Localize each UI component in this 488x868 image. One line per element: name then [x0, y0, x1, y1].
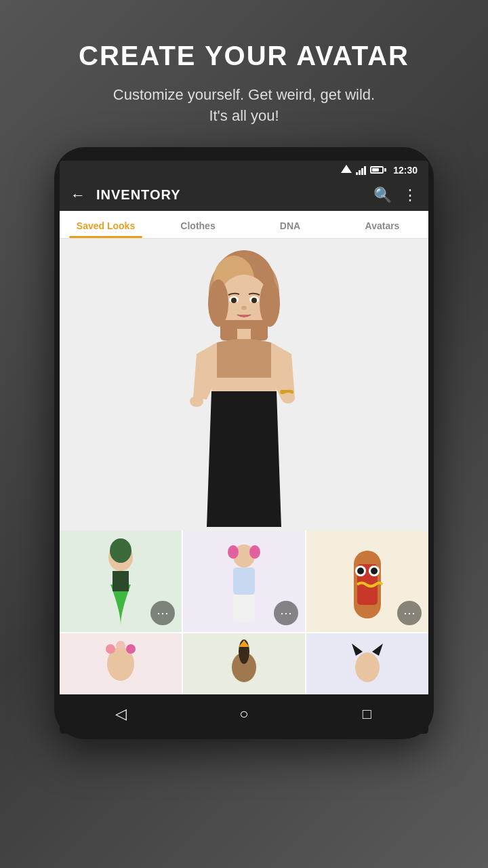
search-button[interactable]: 🔍	[373, 186, 392, 204]
svg-point-20	[228, 545, 239, 559]
tabs-bar: Saved Looks Clothes DNA Avatars	[60, 211, 428, 239]
svg-rect-23	[233, 595, 255, 622]
svg-point-14	[190, 396, 203, 407]
look-item[interactable]	[306, 633, 428, 694]
phone-screen: 12:30 ← INVENTORY 🔍 ⋮ Saved Looks Clothe…	[60, 161, 428, 734]
punk-avatar	[220, 637, 268, 691]
look-item[interactable]	[60, 633, 182, 694]
nav-home-button[interactable]: ○	[227, 704, 261, 724]
look-item[interactable]: ⋯	[306, 530, 428, 632]
svg-rect-18	[113, 571, 129, 591]
hero-subtitle: Customize yourself. Get weird, get wild.…	[41, 85, 447, 127]
hotdog-avatar	[337, 537, 398, 625]
svg-marker-38	[372, 644, 383, 656]
avatar-figure	[169, 242, 319, 527]
look-more-btn-2[interactable]: ⋯	[274, 601, 298, 625]
look-more-btn-3[interactable]: ⋯	[397, 601, 422, 625]
signal-icon	[356, 165, 366, 175]
look-item[interactable]: ⋯	[60, 530, 182, 632]
svg-point-10	[251, 298, 257, 303]
nav-recents-button[interactable]: □	[350, 704, 384, 724]
svg-point-32	[116, 641, 125, 650]
svg-point-28	[357, 568, 364, 574]
status-bar: 12:30	[60, 161, 428, 180]
svg-point-31	[106, 644, 115, 654]
tab-saved-looks[interactable]: Saved Looks	[60, 211, 152, 238]
svg-point-29	[371, 568, 378, 574]
phone-frame: 12:30 ← INVENTORY 🔍 ⋮ Saved Looks Clothe…	[54, 147, 434, 739]
nav-back-button[interactable]: ◁	[104, 704, 138, 724]
svg-marker-37	[352, 644, 363, 656]
status-time: 12:30	[393, 165, 418, 176]
look-item[interactable]	[183, 633, 305, 694]
bottom-nav: ◁ ○ □	[60, 694, 428, 734]
svg-point-17	[110, 538, 131, 563]
flower-avatar	[97, 637, 144, 691]
svg-point-21	[249, 545, 260, 559]
battery-icon	[370, 166, 386, 174]
svg-point-9	[231, 298, 237, 303]
tab-clothes[interactable]: Clothes	[152, 211, 244, 238]
looks-grid: ⋯ ⋯	[60, 530, 428, 694]
status-icons: 12:30	[341, 165, 418, 176]
mermaid-avatar	[90, 537, 151, 625]
look-more-btn-1[interactable]: ⋯	[150, 601, 175, 625]
svg-point-4	[208, 279, 228, 327]
svg-point-33	[126, 644, 136, 654]
cat-avatar	[344, 637, 391, 691]
svg-point-11	[241, 306, 247, 310]
app-bar-title: INVENTORY	[96, 187, 363, 203]
hero-section: CREATE YOUR AVATAR Customize yourself. G…	[0, 0, 488, 147]
app-bar: ← INVENTORY 🔍 ⋮	[60, 180, 428, 211]
svg-point-36	[355, 652, 380, 682]
svg-rect-22	[233, 568, 255, 595]
back-button[interactable]: ←	[70, 186, 85, 204]
doll-avatar	[214, 537, 274, 625]
wifi-icon	[341, 165, 352, 173]
svg-point-15	[281, 393, 295, 403]
tab-dna[interactable]: DNA	[244, 211, 336, 238]
avatar-display	[60, 239, 428, 530]
look-item[interactable]: ⋯	[183, 530, 305, 632]
svg-point-5	[260, 279, 280, 327]
tab-avatars[interactable]: Avatars	[336, 211, 428, 238]
hero-title: CREATE YOUR AVATAR	[41, 41, 447, 71]
more-button[interactable]: ⋮	[403, 186, 418, 204]
